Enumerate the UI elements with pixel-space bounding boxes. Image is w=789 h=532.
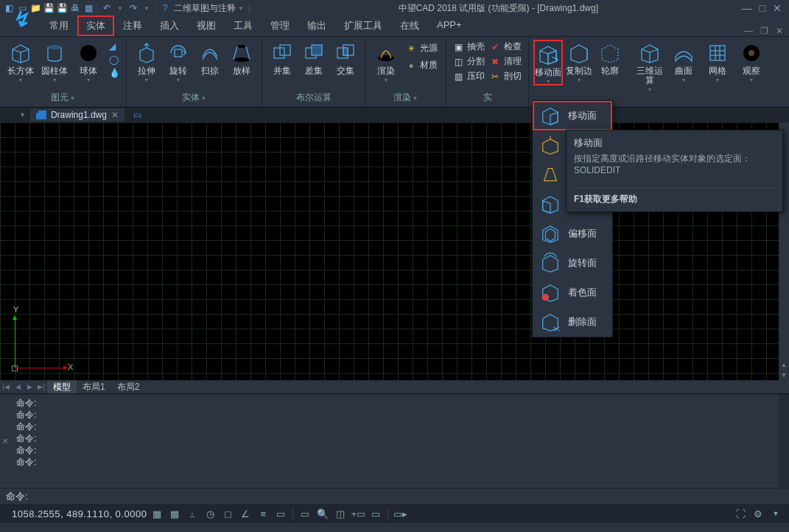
settings-toggle[interactable]: ⚙	[751, 506, 765, 521]
redo-icon[interactable]: ↷	[127, 2, 139, 14]
cycle-toggle[interactable]: ◫	[333, 506, 348, 521]
svg-point-4	[237, 45, 246, 48]
redo-dd[interactable]: ▼	[141, 2, 152, 14]
lweight-toggle[interactable]: ≡	[256, 506, 270, 521]
tab-manage[interactable]: 管理	[262, 15, 298, 36]
y-axis	[15, 317, 15, 368]
preview-icon[interactable]: ▦	[83, 2, 94, 14]
help-icon[interactable]: ?	[159, 2, 171, 14]
extrude-button[interactable]: 拉伸▼	[131, 40, 161, 83]
iso-toggle[interactable]: ▭	[368, 506, 383, 521]
cmd-handle[interactable]: ✕	[0, 394, 10, 488]
profile-button[interactable]: 轮廓	[595, 40, 625, 76]
command-line[interactable]: 命令:	[0, 488, 789, 504]
close-tab-icon[interactable]: ✕	[111, 110, 119, 120]
sweep-button[interactable]: 扫掠	[195, 40, 225, 76]
observe-button[interactable]: 观察▼	[735, 40, 768, 83]
svg-rect-14	[343, 48, 348, 55]
deleteface-item-icon	[540, 312, 561, 332]
new-tab-button[interactable]: ▭	[133, 110, 141, 120]
grid-toggle[interactable]: ▦	[150, 506, 164, 521]
render-button[interactable]: 渲染▼	[370, 40, 402, 83]
tab-online[interactable]: 在线	[391, 15, 428, 36]
sphere-button[interactable]: 球体▼	[72, 40, 105, 83]
status-dd[interactable]: ▼	[768, 506, 783, 521]
ortho-toggle[interactable]: ⟂	[185, 506, 200, 521]
annoscale-toggle[interactable]: ▭▸	[393, 506, 407, 521]
wedge-icon[interactable]: ◢	[109, 41, 120, 52]
first-layout[interactable]: |◀	[0, 383, 12, 391]
tab-home[interactable]: 常用	[41, 15, 77, 36]
tab-view[interactable]: 视图	[188, 15, 225, 36]
doc-min-button[interactable]: —	[744, 26, 753, 36]
document-tab[interactable]: Drawing1.dwg ✕	[30, 108, 125, 122]
group-label-render: 渲染▼	[365, 90, 446, 107]
add-toggle[interactable]: +▭	[351, 506, 365, 521]
drop-icon[interactable]: 💧	[109, 68, 120, 78]
subtract-button[interactable]: 差集	[298, 40, 329, 76]
model-toggle[interactable]: ▭	[298, 506, 312, 521]
snap-toggle[interactable]: ▩	[167, 506, 182, 521]
tab-ext[interactable]: 扩展工具	[335, 15, 391, 36]
imprint-button[interactable]: ▥压印	[451, 69, 486, 83]
print-icon[interactable]: 🖶	[69, 2, 81, 14]
box-button[interactable]: 长方体▼	[4, 40, 37, 83]
layout-tab-1[interactable]: 布局1	[77, 379, 111, 395]
dd-moveface[interactable]: 移动面	[533, 101, 612, 130]
revolve-button[interactable]: 旋转▼	[163, 40, 193, 83]
close-button[interactable]: ✕	[773, 2, 782, 14]
3dop-button[interactable]: 三维运算▼	[634, 40, 666, 92]
last-layout[interactable]: ▶|	[35, 383, 47, 391]
save-icon[interactable]: 💾	[43, 2, 55, 14]
tab-annotate[interactable]: 注释	[114, 15, 151, 36]
torus-icon[interactable]: ◯	[109, 55, 120, 65]
dd-colorface[interactable]: 着色面	[533, 278, 612, 307]
fullscreen-toggle[interactable]: ⛶	[733, 506, 748, 521]
tab-output[interactable]: 输出	[298, 15, 335, 36]
minimize-button[interactable]: —	[742, 2, 752, 14]
dwg-icon	[36, 111, 46, 119]
osnap-toggle[interactable]: ◻	[220, 506, 235, 521]
tab-tools[interactable]: 工具	[225, 15, 262, 36]
cylinder-button[interactable]: 圆柱体▼	[38, 40, 71, 83]
moveface-button[interactable]: 移动面▼	[533, 40, 563, 85]
layout-tab-model[interactable]: 模型	[47, 379, 77, 395]
slice-button[interactable]: ◫分割	[451, 55, 486, 69]
layout-tab-2[interactable]: 布局2	[111, 379, 146, 395]
loft-button[interactable]: 放样	[227, 40, 257, 76]
tab-app[interactable]: APP+	[428, 15, 471, 36]
union-button[interactable]: 并集	[267, 40, 297, 76]
undo-dd[interactable]: ▼	[114, 2, 126, 14]
prev-layout[interactable]: ◀	[12, 383, 24, 391]
doc-restore-button[interactable]: ❐	[760, 26, 768, 36]
check-button[interactable]: ✔检查	[488, 40, 523, 54]
workspace-selector[interactable]: 二维草图与注释 ▼	[174, 2, 244, 15]
dd-rotateface[interactable]: 旋转面	[533, 248, 612, 278]
intersect-button[interactable]: 交集	[330, 40, 360, 76]
next-layout[interactable]: ▶	[24, 383, 35, 391]
saveall-icon[interactable]: 💾	[56, 2, 68, 14]
tab-insert[interactable]: 插入	[151, 15, 188, 36]
command-log[interactable]: 命令: 命令: 命令: 命令: 命令: 命令:	[10, 394, 779, 488]
app-logo[interactable]: ↯	[0, 2, 41, 36]
polar-toggle[interactable]: ◷	[203, 506, 217, 521]
dd-offsetface[interactable]: 偏移面	[533, 219, 612, 248]
otrack-toggle[interactable]: ∠	[238, 506, 253, 521]
shell-button[interactable]: ▣抽壳	[451, 40, 486, 54]
svg-line-6	[234, 46, 237, 60]
mesh-button[interactable]: 网格▼	[701, 40, 734, 83]
magnify-toggle[interactable]: 🔍	[315, 506, 330, 521]
tab-solid[interactable]: 实体	[77, 15, 114, 36]
section-button[interactable]: ✂剖切	[488, 69, 523, 83]
undo-icon[interactable]: ↶	[101, 2, 113, 14]
dyn-toggle[interactable]: ▭	[273, 506, 288, 521]
material-button[interactable]: ●材质	[404, 58, 439, 72]
copyedge-button[interactable]: 复制边▼	[564, 40, 594, 83]
maximize-button[interactable]: □	[760, 2, 765, 14]
clean-button[interactable]: ✖清理	[488, 55, 523, 69]
surface-button[interactable]: 曲面▼	[667, 40, 700, 83]
dd-deleteface[interactable]: 删除面	[533, 307, 612, 337]
doc-close-button[interactable]: ✕	[776, 26, 783, 36]
cmd-scrollbar[interactable]	[779, 394, 789, 488]
light-button[interactable]: ☀光源	[404, 41, 439, 55]
